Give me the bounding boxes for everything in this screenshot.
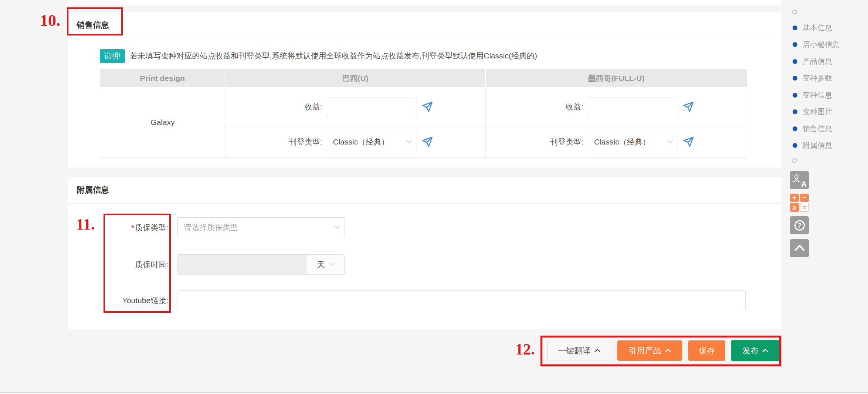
nav-label: 基本信息 <box>803 23 832 33</box>
sidebar-item-dianxiaomi-info[interactable]: 店小秘信息 <box>793 40 840 50</box>
nav-dot-icon <box>793 143 797 148</box>
calc-plus-icon: + <box>790 194 799 202</box>
chevron-down-icon <box>329 263 334 266</box>
nav-label: 附属信息 <box>803 140 832 150</box>
col-header-site-mexico: 墨西哥(FULL-U) <box>486 69 747 87</box>
warranty-time-unit-select[interactable]: 天 <box>306 254 345 275</box>
anchor-nav-top-circle <box>792 10 797 14</box>
annotation-number-11: 11. <box>76 215 95 233</box>
mexico-listing-type-select[interactable]: Classic（经典） <box>588 133 678 151</box>
col-header-site-brazil: 巴西(U) <box>226 69 486 87</box>
attached-section-title: 附属信息 <box>77 184 109 196</box>
brazil-listing-type-select[interactable]: Classic（经典） <box>327 133 417 151</box>
variant-name-cell: Galaxy <box>100 87 226 157</box>
anchor-nav-line <box>795 12 795 161</box>
nav-dot-icon <box>793 109 797 114</box>
sidebar-item-basic-info[interactable]: 基本信息 <box>793 23 832 33</box>
help-tool-icon[interactable]: ? <box>790 216 809 234</box>
mexico-income-cell: 收益: <box>486 87 747 126</box>
annotation-box-attach-labels <box>104 214 171 313</box>
nav-label: 变种参数 <box>803 73 832 83</box>
annotation-number-12: 12. <box>515 340 535 358</box>
chevron-up-icon <box>794 245 804 255</box>
previous-panel-bottom-strip <box>68 0 781 5</box>
anchor-nav-bottom-circle <box>792 158 797 163</box>
mexico-listing-type-cell: 刊登类型: Classic（经典） <box>486 126 747 157</box>
sales-notice: 说明! 若未填写变种对应的站点收益和刊登类型,系统将默认使用全球收益作为站点收益… <box>100 49 537 62</box>
youtube-link-input[interactable] <box>177 290 746 310</box>
warranty-type-select[interactable]: 请选择质保类型 <box>177 217 345 237</box>
sync-paper-plane-icon[interactable] <box>421 101 433 113</box>
translate-zh-glyph: 文 <box>792 172 801 184</box>
sidebar-item-product-info[interactable]: 产品信息 <box>793 57 832 67</box>
calculator-tool-icon[interactable]: + − x = <box>790 194 809 212</box>
chevron-down-icon <box>406 140 412 144</box>
calc-minus-icon: − <box>800 194 809 202</box>
chevron-down-icon <box>334 225 340 229</box>
nav-dot-icon <box>793 126 797 131</box>
divider <box>68 203 781 204</box>
back-to-top-icon[interactable] <box>790 239 809 257</box>
nav-label: 店小秘信息 <box>803 40 840 50</box>
notice-text: 若未填写变种对应的站点收益和刊登类型,系统将默认使用全球收益作为站点收益发布,刊… <box>130 51 537 61</box>
calc-multiply-icon: x <box>790 203 799 212</box>
sidebar-item-variant-info[interactable]: 变种信息 <box>793 90 832 100</box>
brazil-income-cell: 收益: <box>226 87 486 126</box>
chevron-down-icon <box>667 140 673 144</box>
warranty-time-group: 天 <box>177 254 345 275</box>
sidebar-item-variant-images[interactable]: 变种图片 <box>793 107 832 117</box>
nav-dot-icon <box>793 26 797 30</box>
listing-type-value: Classic（经典） <box>333 137 406 147</box>
annotation-number-10: 10. <box>40 11 60 30</box>
annotation-box-footer-buttons <box>540 336 781 366</box>
col-header-variant: Print design <box>100 69 226 87</box>
brazil-listing-type-cell: 刊登类型: Classic（经典） <box>226 126 486 157</box>
warranty-time-input[interactable] <box>177 254 306 275</box>
mexico-income-input[interactable] <box>588 98 678 116</box>
warranty-time-unit-value: 天 <box>317 259 325 270</box>
sync-paper-plane-icon[interactable] <box>682 101 694 113</box>
nav-label: 变种图片 <box>803 107 832 117</box>
listing-type-value: Classic（经典） <box>594 137 667 147</box>
listing-type-label: 刊登类型: <box>539 137 583 147</box>
translate-tool-icon[interactable]: 文 A <box>790 171 809 189</box>
divider <box>68 36 781 36</box>
brazil-income-input[interactable] <box>327 98 417 116</box>
sales-info-section: 销售信息 说明! 若未填写变种对应的站点收益和刊登类型,系统将默认使用全球收益作… <box>68 12 781 167</box>
nav-label: 销售信息 <box>803 124 832 134</box>
sales-table: Print design 巴西(U) 墨西哥(FULL-U) Galaxy 收益… <box>100 69 747 158</box>
annotation-box-sales-title <box>67 7 123 35</box>
question-mark-icon: ? <box>794 220 805 231</box>
translate-en-glyph: A <box>801 180 807 188</box>
nav-dot-icon <box>793 42 797 47</box>
sync-paper-plane-icon[interactable] <box>682 136 694 148</box>
income-label: 收益: <box>278 102 322 112</box>
sync-paper-plane-icon[interactable] <box>421 136 433 148</box>
nav-dot-icon <box>793 59 797 64</box>
calc-equals-icon: = <box>800 203 809 212</box>
nav-label: 变种信息 <box>803 90 832 100</box>
notice-badge: 说明! <box>100 49 125 63</box>
sidebar-item-sales-info[interactable]: 销售信息 <box>793 124 832 134</box>
income-label: 收益: <box>539 102 583 112</box>
sidebar-item-attached-info[interactable]: 附属信息 <box>793 140 832 150</box>
listing-type-label: 刊登类型: <box>278 137 322 147</box>
sidebar-item-variant-params[interactable]: 变种参数 <box>793 73 832 83</box>
nav-label: 产品信息 <box>803 57 832 67</box>
nav-dot-icon <box>793 76 797 81</box>
attached-info-section: 附属信息 *质保类型: 请选择质保类型 质保时间: 天 Youtube链接: <box>68 177 781 329</box>
warranty-type-placeholder: 请选择质保类型 <box>184 222 334 232</box>
nav-dot-icon <box>793 93 797 98</box>
